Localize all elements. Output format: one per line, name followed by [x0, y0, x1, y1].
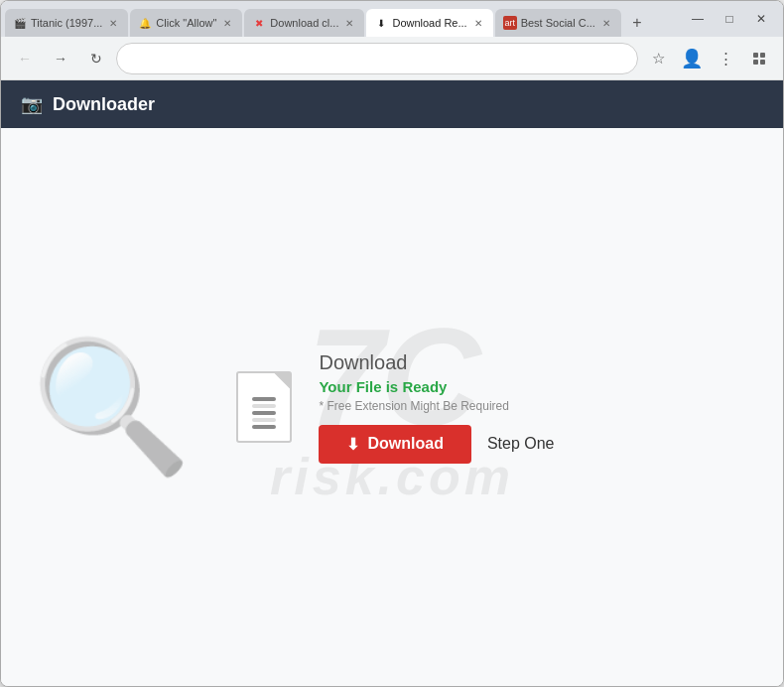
extensions-button[interactable]	[743, 43, 775, 74]
tab-label-titanic: Titanic (1997...	[31, 17, 102, 29]
file-icon	[236, 371, 292, 443]
action-row: ⬇ Download Step One	[319, 425, 554, 464]
tab-favicon-allow: 🔔	[138, 16, 152, 30]
tab-favicon-download-re: ⬇	[374, 16, 388, 30]
svg-rect-1	[760, 53, 765, 58]
bookmark-button[interactable]: ☆	[642, 43, 674, 74]
tab-close-social[interactable]: ✕	[599, 16, 613, 30]
zip-line-2	[252, 404, 276, 408]
download-button-label: Download	[367, 435, 443, 453]
toolbar: ← → ↻ ☆ 👤 ⋮	[1, 37, 783, 80]
page-content: 📷 Downloader 7C risk.com 🔍	[1, 80, 783, 686]
svg-rect-0	[753, 53, 758, 58]
tab-social[interactable]: art Best Social C... ✕	[495, 9, 621, 37]
tab-close-titanic[interactable]: ✕	[106, 16, 120, 30]
tab-allow[interactable]: 🔔 Click "Allow" ✕	[130, 9, 242, 37]
tab-favicon-social: art	[503, 16, 517, 30]
new-tab-button[interactable]: +	[623, 9, 651, 37]
download-card: Download Your File is Ready * Free Exten…	[229, 351, 554, 464]
zip-line-3	[252, 411, 276, 415]
toolbar-icons: ☆ 👤 ⋮	[642, 43, 741, 74]
window-controls: — □ ✕	[684, 1, 783, 37]
profile-button[interactable]: 👤	[676, 43, 708, 74]
reload-button[interactable]: ↻	[80, 43, 112, 74]
file-icon-container	[229, 362, 299, 452]
tab-titanic[interactable]: 🎬 Titanic (1997... ✕	[5, 9, 128, 37]
maximize-button[interactable]: □	[716, 5, 743, 33]
browser-window: 🎬 Titanic (1997... ✕ 🔔 Click "Allow" ✕ ✖…	[0, 0, 784, 687]
download-button[interactable]: ⬇ Download	[319, 425, 470, 464]
tab-close-allow[interactable]: ✕	[220, 16, 234, 30]
address-bar[interactable]	[116, 43, 638, 74]
forward-button[interactable]: →	[45, 43, 76, 74]
tab-label-social: Best Social C...	[521, 17, 595, 29]
tab-download-cl[interactable]: ✖ Download cl... ✕	[244, 9, 364, 37]
tab-favicon-titanic: 🎬	[13, 16, 27, 30]
close-button[interactable]: ✕	[747, 5, 775, 33]
download-info: Download Your File is Ready * Free Exten…	[319, 351, 554, 464]
tab-download-re[interactable]: ⬇ Download Re... ✕	[366, 9, 492, 37]
step-one-label: Step One	[487, 435, 555, 453]
tab-label-download-cl: Download cl...	[270, 17, 338, 29]
tab-favicon-download-cl: ✖	[252, 16, 266, 30]
download-note-text: * Free Extension Might Be Required	[319, 399, 554, 413]
svg-rect-3	[760, 60, 765, 65]
app-header: 📷 Downloader	[1, 80, 783, 128]
app-header-title: Downloader	[53, 94, 155, 115]
magnifier-background-icon: 🔍	[31, 332, 192, 482]
main-area: 7C risk.com 🔍	[1, 128, 783, 686]
zip-line-4	[252, 418, 276, 422]
zip-line-5	[252, 425, 276, 429]
menu-button[interactable]: ⋮	[710, 43, 741, 74]
title-bar: 🎬 Titanic (1997... ✕ 🔔 Click "Allow" ✕ ✖…	[1, 1, 783, 37]
tab-close-download-cl[interactable]: ✕	[342, 16, 356, 30]
download-icon: ⬇	[346, 435, 359, 454]
tab-close-download-re[interactable]: ✕	[471, 16, 485, 30]
download-ready-text: Your File is Ready	[319, 378, 554, 395]
tab-label-download-re: Download Re...	[392, 17, 466, 29]
back-button[interactable]: ←	[9, 43, 41, 74]
download-title: Download	[319, 351, 554, 374]
zip-lines	[252, 397, 276, 429]
tab-label-allow: Click "Allow"	[156, 17, 216, 29]
minimize-button[interactable]: —	[684, 5, 712, 33]
app-header-icon: 📷	[21, 93, 43, 115]
zip-line-1	[252, 397, 276, 401]
svg-rect-2	[753, 60, 758, 65]
tabs-area: 🎬 Titanic (1997... ✕ 🔔 Click "Allow" ✕ ✖…	[1, 1, 684, 37]
